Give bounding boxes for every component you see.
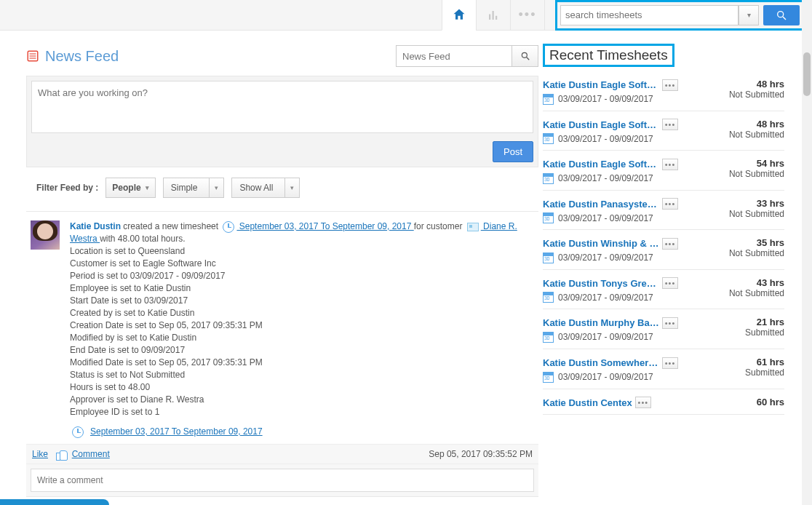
filter-simple-dropdown[interactable]: Simple ▾ [163,178,225,198]
status-textarea[interactable] [31,81,533,133]
timesheet-title-link[interactable]: Katie Dustin Winship & By... [543,238,659,249]
timesheet-date: 03/09/2017 - 09/09/2017 [558,213,653,223]
timesheet-more-button[interactable]: ••• [662,198,678,210]
timesheet-date: 03/09/2017 - 09/09/2017 [558,252,653,263]
feed-tail-text: with 48.00 total hours. [100,234,185,244]
clock-icon [72,426,84,438]
calendar-icon [543,173,554,184]
calendar-icon [543,133,554,144]
timesheet-date: 03/09/2017 - 09/09/2017 [558,332,653,342]
page-title-text: News Feed [45,48,119,65]
feed-detail-line: End Date is set to 09/09/2017 [70,344,534,357]
recent-timesheets-heading: Recent Timesheets [543,44,674,67]
feed-search-input[interactable] [396,45,512,67]
timesheet-status: Not Submitted [729,209,784,219]
calendar-icon [543,292,554,303]
feed-search-button[interactable] [512,45,538,67]
timesheet-more-button[interactable]: ••• [662,277,678,289]
timesheet-title-link[interactable]: Katie Dustin Eagle Softwar... [543,119,659,130]
timesheet-more-button[interactable]: ••• [662,159,678,170]
comment-input[interactable] [31,469,534,492]
scrollbar-thumb[interactable] [803,52,811,96]
svg-point-0 [778,11,784,17]
filter-people-label: People [112,183,140,193]
feed-detail-line: Creation Date is set to Sep 05, 2017 09:… [70,319,534,332]
timesheet-title-link[interactable]: Katie Dustin Eagle Softwar... [543,79,659,90]
caret-down-icon: ▾ [215,184,218,191]
avatar[interactable] [31,220,60,250]
timesheet-hours: 48 hrs [729,79,784,90]
timesheet-status: Not Submitted [729,248,784,258]
feed-detail-line: Period is set to 03/09/2017 - 09/09/2017 [70,270,534,282]
feed-detail-line: Customer is set to Eagle Software Inc [70,258,534,270]
timesheet-item: Katie Dustin Somewhere in...•••03/09/201… [543,349,784,389]
timesheet-title-link[interactable]: Katie Dustin Eagle Softwar... [543,159,659,170]
home-icon [452,7,466,22]
comment-link[interactable]: Comment [72,449,110,459]
thumb-up-icon [56,450,66,459]
feed-author-link[interactable]: Katie Dustin [70,221,121,231]
tab-home[interactable] [442,0,476,31]
timesheet-title-link[interactable]: Katie Dustin Panasystems [543,199,659,210]
timesheet-status: Not Submitted [729,90,784,100]
bar-chart-icon [487,9,500,22]
timesheet-status: Not Submitted [729,288,784,298]
timesheet-date: 03/09/2017 - 09/09/2017 [558,372,653,382]
calendar-icon [543,372,554,383]
feed-detail-line: Approver is set to Diane R. Westra [70,394,534,406]
global-search-dropdown[interactable]: ▾ [739,5,759,25]
timesheet-title-link[interactable]: Katie Dustin Tonys Greenery [543,278,659,289]
timesheet-date: 03/09/2017 - 09/09/2017 [558,173,653,183]
filter-label: Filter Feed by : [36,183,98,193]
timesheet-date: 03/09/2017 - 09/09/2017 [558,94,653,104]
calendar-icon [543,94,554,105]
timesheet-more-button[interactable]: ••• [662,119,678,130]
global-search-input[interactable] [560,5,739,25]
timesheet-title-link[interactable]: Katie Dustin Centex [543,397,632,408]
bottom-accent-tab [0,499,109,505]
timesheet-hours: 48 hrs [729,119,784,130]
filter-simple-label: Simple [164,183,205,193]
tab-reports[interactable] [476,0,510,31]
feed-detail-line: Hours is set to 48.00 [70,381,534,394]
filter-showall-dropdown[interactable]: Show All ▾ [231,178,300,198]
page-title: News Feed [26,48,119,65]
feed-period-link[interactable]: September 03, 2017 To September 09, 2017 [236,221,413,231]
feed-detail-line: Created by is set to Katie Dustin [70,307,534,319]
search-icon [520,51,530,61]
timesheet-item: Katie Dustin Eagle Softwar...•••03/09/20… [543,71,784,111]
feed-footer: Like Comment Sep 05, 2017 09:35:52 PM [26,444,538,464]
status-composer: Post [26,76,538,167]
feed-detail-line: Employee is set to Katie Dustin [70,282,534,295]
timesheet-item: Katie Dustin Tonys Greenery•••03/09/2017… [543,270,784,310]
timesheet-status: Not Submitted [729,169,784,179]
tab-more[interactable]: ••• [510,0,544,31]
timesheet-more-button[interactable]: ••• [635,397,651,408]
feed-detail-lines: Location is set to QueenslandCustomer is… [70,245,534,418]
timesheet-more-button[interactable]: ••• [662,317,678,329]
timesheet-hours: 61 hrs [745,357,784,367]
global-search-highlight: ▾ [555,0,805,31]
svg-line-1 [783,17,786,20]
timesheet-list: Katie Dustin Eagle Softwar...•••03/09/20… [543,71,784,415]
timesheet-hours: 35 hrs [729,237,784,248]
filter-showall-label: Show All [232,183,280,193]
timesheet-hours: 60 hrs [757,397,784,407]
feed-period-link-bottom[interactable]: September 03, 2017 To September 09, 2017 [90,426,263,438]
timesheet-title-link[interactable]: Katie Dustin Murphy Battis... [543,317,659,328]
timesheet-more-button[interactable]: ••• [662,357,678,369]
filter-people-dropdown[interactable]: People ▾ [106,178,155,198]
global-search-button[interactable] [763,5,800,25]
calendar-icon [543,332,554,343]
search-icon [776,9,787,21]
timesheet-more-button[interactable]: ••• [662,238,678,250]
timesheet-title-link[interactable]: Katie Dustin Somewhere in... [543,357,659,368]
feed-timestamp: Sep 05, 2017 09:35:52 PM [429,449,533,459]
calendar-icon [543,212,554,223]
post-button[interactable]: Post [493,141,533,162]
timesheet-more-button[interactable]: ••• [662,79,678,91]
like-link[interactable]: Like [32,449,48,459]
calendar-icon [543,252,554,263]
timesheet-status: Not Submitted [729,130,784,140]
timesheet-date: 03/09/2017 - 09/09/2017 [558,134,653,144]
